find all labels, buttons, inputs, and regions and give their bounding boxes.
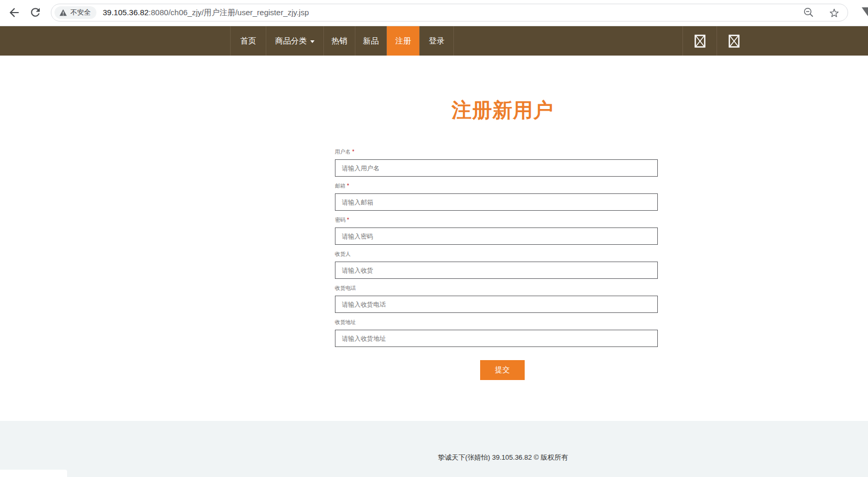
page-footer: 挚诚天下(张婧怡) 39.105.36.82 © 版权所有 [0, 421, 868, 477]
nav-broken-image-1[interactable] [682, 26, 717, 56]
nav-item-new[interactable]: 新品 [355, 26, 386, 56]
status-bubble [0, 470, 67, 477]
security-badge[interactable]: 不安全 [55, 6, 96, 19]
broken-image-icon [729, 35, 740, 48]
address-bar[interactable]: 不安全 39.105.36.82:8080/ch06_zjy/用户注册/user… [51, 4, 848, 21]
address-label: 收货地址 [335, 319, 658, 326]
page-title: 注册新用户 [408, 97, 597, 124]
required-marker: * [347, 217, 349, 223]
url-text: 39.105.36.82:8080/ch06_zjy/用户注册/user_reg… [103, 8, 309, 18]
field-consignee: 收货人 [335, 251, 658, 279]
url-path: :8080/ch06_zjy/用户注册/user_register_zjy.js… [149, 8, 309, 17]
password-input[interactable] [335, 227, 658, 245]
password-label: 密码* [335, 216, 658, 223]
nav-item-register[interactable]: 注册 [386, 26, 419, 56]
broken-image-icon [695, 35, 706, 48]
browser-toolbar: 不安全 39.105.36.82:8080/ch06_zjy/用户注册/user… [0, 0, 868, 26]
browser-window: 不安全 39.105.36.82:8080/ch06_zjy/用户注册/user… [0, 0, 868, 477]
page-content: 注册新用户 用户名* 邮箱* 密码* 收货人 收货电话 [0, 56, 868, 421]
warning-icon [59, 9, 67, 16]
email-label: 邮箱* [335, 182, 658, 189]
phone-label: 收货电话 [335, 285, 658, 291]
bookmark-star-icon[interactable] [828, 7, 840, 19]
field-address: 收货地址 [335, 319, 658, 347]
nav-spacer [0, 26, 230, 56]
field-username: 用户名* [335, 148, 658, 177]
zoom-out-icon[interactable] [803, 7, 815, 18]
field-phone: 收货电话 [335, 285, 658, 313]
back-button[interactable] [7, 6, 21, 21]
username-label: 用户名* [335, 148, 658, 155]
required-marker: * [352, 149, 354, 155]
reload-button[interactable] [29, 6, 42, 21]
required-marker: * [347, 183, 349, 189]
username-input[interactable] [335, 159, 658, 177]
nav-item-home[interactable]: 首页 [230, 26, 266, 56]
main-nav: 首页 商品分类 热销 新品 注册 登录 [0, 26, 868, 56]
address-input[interactable] [335, 330, 658, 347]
url-host: 39.105.36.82 [103, 8, 149, 17]
nav-item-login[interactable]: 登录 [419, 26, 454, 56]
field-email: 邮箱* [335, 182, 658, 211]
nav-item-hot[interactable]: 热销 [323, 26, 355, 56]
copyright-text: 挚诚天下(张婧怡) 39.105.36.82 © 版权所有 [331, 453, 675, 462]
nav-item-categories[interactable]: 商品分类 [266, 26, 323, 56]
phone-input[interactable] [335, 296, 658, 313]
consignee-input[interactable] [335, 262, 658, 279]
submit-button[interactable]: 提交 [480, 360, 525, 380]
corner-decoration-icon [862, 7, 868, 16]
reload-icon [29, 6, 42, 19]
back-arrow-icon [7, 6, 21, 19]
register-form: 用户名* 邮箱* 密码* 收货人 收货电话 收货地址 [335, 148, 658, 380]
security-label: 不安全 [70, 8, 91, 17]
chevron-down-icon [310, 40, 314, 43]
consignee-label: 收货人 [335, 251, 658, 257]
nav-broken-image-2[interactable] [717, 26, 751, 56]
field-password: 密码* [335, 216, 658, 245]
email-input[interactable] [335, 193, 658, 211]
